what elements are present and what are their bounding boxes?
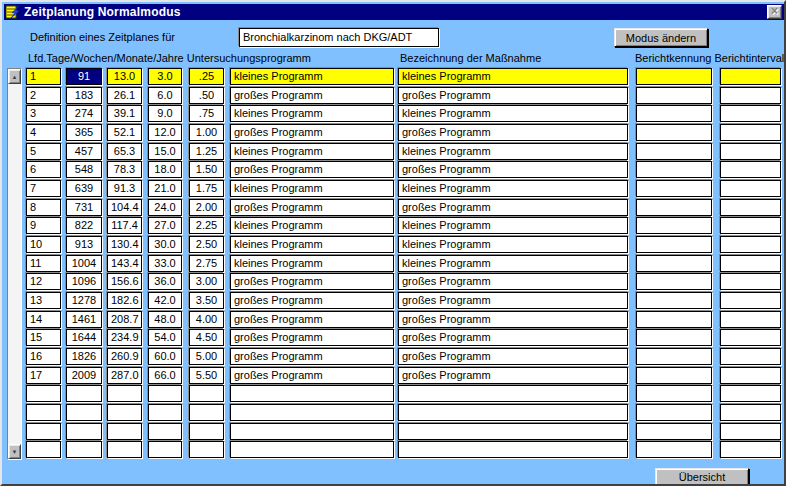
grid-cell[interactable]: 2 bbox=[26, 87, 61, 104]
grid-cell[interactable] bbox=[398, 404, 628, 421]
grid-cell[interactable] bbox=[636, 217, 712, 234]
grid-cell[interactable]: 26.1 bbox=[107, 87, 142, 104]
modus-aendern-button[interactable]: Modus ändern bbox=[614, 28, 708, 47]
grid-cell[interactable] bbox=[720, 385, 781, 402]
grid-cell[interactable]: großes Programm bbox=[398, 161, 628, 178]
grid-cell[interactable]: 65.3 bbox=[107, 143, 142, 160]
grid-cell[interactable]: 5.50 bbox=[189, 367, 224, 384]
grid-cell[interactable] bbox=[636, 255, 712, 272]
grid-cell[interactable]: 21.0 bbox=[148, 180, 182, 197]
grid-cell[interactable] bbox=[720, 311, 781, 328]
grid-cell[interactable]: 287.0 bbox=[107, 367, 142, 384]
grid-cell[interactable] bbox=[720, 217, 781, 234]
grid-cell[interactable]: kleines Programm bbox=[230, 143, 394, 160]
grid-cell[interactable]: 4.50 bbox=[189, 329, 224, 346]
grid-cell[interactable]: 1.25 bbox=[189, 143, 224, 160]
grid-cell[interactable] bbox=[720, 329, 781, 346]
grid-cell[interactable]: großes Programm bbox=[398, 87, 628, 104]
grid-cell[interactable]: 30.0 bbox=[148, 236, 182, 253]
grid-cell[interactable]: 2009 bbox=[66, 367, 102, 384]
grid-cell[interactable] bbox=[148, 404, 182, 421]
grid-cell[interactable]: 15 bbox=[26, 329, 61, 346]
grid-cell[interactable]: großes Programm bbox=[230, 292, 394, 309]
grid-cell[interactable]: 13 bbox=[26, 292, 61, 309]
grid-cell[interactable] bbox=[189, 404, 224, 421]
grid-cell[interactable]: 18.0 bbox=[148, 161, 182, 178]
grid-cell[interactable]: großes Programm bbox=[398, 124, 628, 141]
grid-cell[interactable] bbox=[636, 236, 712, 253]
grid-cell[interactable] bbox=[189, 385, 224, 402]
grid-cell[interactable]: 117.4 bbox=[107, 217, 142, 234]
grid-cell[interactable]: 3.50 bbox=[189, 292, 224, 309]
grid-cell[interactable] bbox=[66, 385, 102, 402]
grid-cell[interactable]: großes Programm bbox=[398, 292, 628, 309]
grid-cell[interactable] bbox=[636, 385, 712, 402]
grid-cell[interactable]: 52.1 bbox=[107, 124, 142, 141]
grid-cell[interactable]: kleines Programm bbox=[230, 105, 394, 122]
grid-cell[interactable] bbox=[26, 423, 61, 440]
grid-cell[interactable] bbox=[26, 441, 61, 458]
grid-cell[interactable]: 27.0 bbox=[148, 217, 182, 234]
grid-cell[interactable]: 2.75 bbox=[189, 255, 224, 272]
grid-cell[interactable]: 5.00 bbox=[189, 348, 224, 365]
grid-cell[interactable]: 143.4 bbox=[107, 255, 142, 272]
grid-cell[interactable] bbox=[636, 124, 712, 141]
grid-cell[interactable] bbox=[189, 423, 224, 440]
grid-cell[interactable]: 9.0 bbox=[148, 105, 182, 122]
grid-cell[interactable]: 66.0 bbox=[148, 367, 182, 384]
grid-cell[interactable]: 14 bbox=[26, 311, 61, 328]
grid-cell[interactable] bbox=[636, 423, 712, 440]
grid-cell[interactable]: kleines Programm bbox=[230, 68, 394, 85]
grid-cell[interactable] bbox=[720, 124, 781, 141]
grid-cell[interactable]: 10 bbox=[26, 236, 61, 253]
grid-cell[interactable] bbox=[230, 385, 394, 402]
grid-cell[interactable] bbox=[636, 404, 712, 421]
grid-cell[interactable]: großes Programm bbox=[230, 161, 394, 178]
grid-cell[interactable]: 12 bbox=[26, 273, 61, 290]
grid-cell[interactable]: 365 bbox=[66, 124, 102, 141]
grid-cell[interactable]: 1.75 bbox=[189, 180, 224, 197]
grid-cell[interactable]: .25 bbox=[189, 68, 224, 85]
grid-cell[interactable]: großes Programm bbox=[398, 367, 628, 384]
grid-cell[interactable]: 78.3 bbox=[107, 161, 142, 178]
grid-cell[interactable] bbox=[398, 385, 628, 402]
grid-cell[interactable]: 3.00 bbox=[189, 273, 224, 290]
grid-cell[interactable]: 48.0 bbox=[148, 311, 182, 328]
grid-cell[interactable]: 8 bbox=[26, 199, 61, 216]
grid-cell[interactable] bbox=[720, 255, 781, 272]
grid-cell[interactable]: 548 bbox=[66, 161, 102, 178]
grid-cell[interactable] bbox=[398, 423, 628, 440]
close-button[interactable]: × bbox=[767, 5, 782, 19]
grid-cell[interactable] bbox=[148, 385, 182, 402]
grid-cell[interactable] bbox=[26, 385, 61, 402]
grid-cell[interactable] bbox=[720, 161, 781, 178]
grid-cell[interactable] bbox=[720, 423, 781, 440]
grid-cell[interactable]: großes Programm bbox=[230, 124, 394, 141]
grid-cell[interactable]: 2.25 bbox=[189, 217, 224, 234]
grid-cell[interactable] bbox=[636, 161, 712, 178]
title-bar[interactable]: Zeitplanung Normalmodus × bbox=[4, 4, 784, 20]
grid-cell[interactable] bbox=[107, 404, 142, 421]
grid-cell[interactable]: 3 bbox=[26, 105, 61, 122]
grid-cell[interactable]: großes Programm bbox=[230, 87, 394, 104]
grid-cell[interactable]: 39.1 bbox=[107, 105, 142, 122]
grid-cell[interactable]: 1826 bbox=[66, 348, 102, 365]
grid-cell[interactable]: 822 bbox=[66, 217, 102, 234]
grid-cell[interactable]: großes Programm bbox=[398, 311, 628, 328]
grid-cell[interactable] bbox=[636, 348, 712, 365]
grid-cell[interactable] bbox=[107, 441, 142, 458]
grid-cell[interactable]: 1.00 bbox=[189, 124, 224, 141]
grid-cell[interactable]: kleines Programm bbox=[398, 236, 628, 253]
grid-cell[interactable]: 1096 bbox=[66, 273, 102, 290]
grid-cell[interactable]: 1.50 bbox=[189, 161, 224, 178]
grid-cell[interactable] bbox=[636, 441, 712, 458]
grid-cell[interactable] bbox=[636, 199, 712, 216]
grid-cell[interactable] bbox=[720, 143, 781, 160]
grid-cell[interactable]: 2.50 bbox=[189, 236, 224, 253]
grid-cell[interactable]: 234.9 bbox=[107, 329, 142, 346]
grid-cell[interactable] bbox=[636, 105, 712, 122]
grid-cell[interactable]: 17 bbox=[26, 367, 61, 384]
grid-cell[interactable]: 91.3 bbox=[107, 180, 142, 197]
grid-cell[interactable]: 104.4 bbox=[107, 199, 142, 216]
grid-cell[interactable]: 183 bbox=[66, 87, 102, 104]
